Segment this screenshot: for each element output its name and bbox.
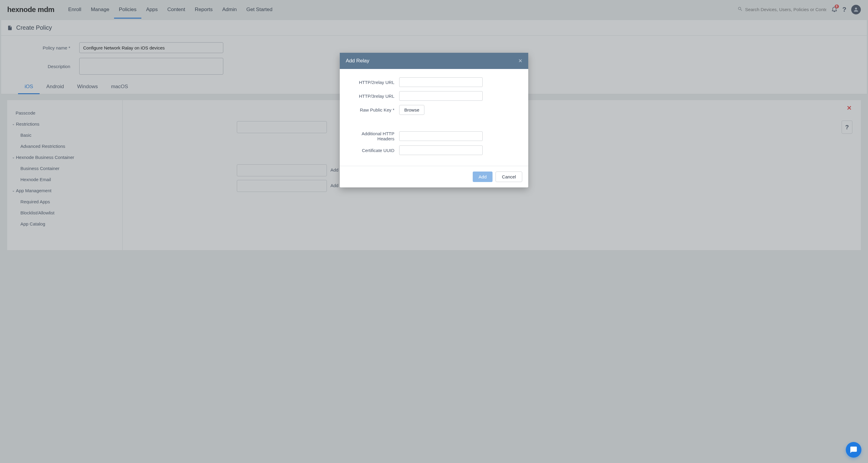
http3-label: HTTP/3relay URL [348, 94, 399, 99]
modal-close-icon[interactable]: × [518, 58, 522, 64]
cert-input[interactable] [399, 145, 483, 155]
cancel-button[interactable]: Cancel [496, 171, 522, 182]
modal-body: HTTP/2relay URL HTTP/3relay URL Raw Publ… [340, 69, 528, 166]
browse-button[interactable]: Browse [399, 105, 424, 115]
add-relay-modal: Add Relay × HTTP/2relay URL HTTP/3relay … [340, 53, 528, 188]
modal-title: Add Relay [346, 58, 369, 64]
cert-label: Certificate UUID [348, 148, 399, 153]
rawkey-label: Raw Public Key * [348, 107, 399, 112]
http2-input[interactable] [399, 77, 483, 87]
add-button[interactable]: Add [473, 171, 493, 182]
http3-input[interactable] [399, 91, 483, 101]
modal-footer: Add Cancel [340, 166, 528, 188]
http2-label: HTTP/2relay URL [348, 80, 399, 85]
headers-label: Additional HTTP Headers [348, 131, 399, 141]
modal-overlay: Add Relay × HTTP/2relay URL HTTP/3relay … [0, 0, 868, 251]
modal-header: Add Relay × [340, 53, 528, 69]
headers-input[interactable] [399, 131, 483, 141]
